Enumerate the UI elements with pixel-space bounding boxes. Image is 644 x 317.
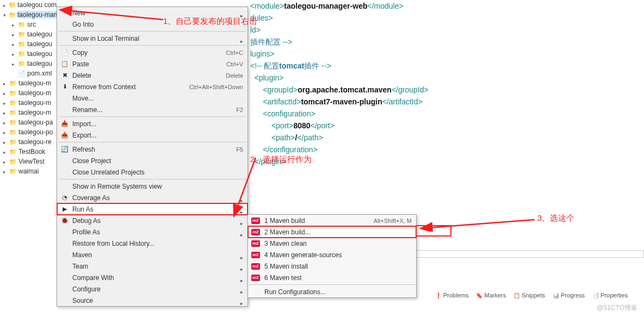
expand-icon[interactable] bbox=[3, 148, 9, 156]
expand-icon[interactable] bbox=[3, 167, 9, 175]
submenu-item-4[interactable]: m25 Maven install bbox=[248, 260, 416, 272]
code-line[interactable]: </plugin> bbox=[250, 156, 644, 167]
menu-item-close-project[interactable]: Close Project bbox=[57, 155, 247, 166]
expand-icon[interactable] bbox=[12, 21, 17, 28]
code-line[interactable]: lugins> bbox=[250, 48, 644, 60]
menu-item-export[interactable]: 📤Export... bbox=[57, 129, 247, 141]
code-line[interactable]: ld> bbox=[250, 24, 644, 36]
tree-item-9[interactable]: taolegou-m bbox=[0, 88, 57, 98]
menu-shortcut: Ctrl+V bbox=[226, 61, 243, 67]
menu-item-label: Delete bbox=[72, 72, 91, 79]
menu-separator bbox=[58, 45, 246, 46]
code-line[interactable]: <port>8080</port> bbox=[250, 120, 644, 132]
submenu-item-2[interactable]: m23 Maven clean bbox=[248, 238, 416, 249]
menu-item-refresh[interactable]: 🔄RefreshF5 bbox=[57, 144, 247, 155]
watermark: @51CTO博客 bbox=[597, 303, 637, 313]
bottom-tab-properties[interactable]: 📑Properties bbox=[592, 292, 628, 299]
tree-item-5[interactable]: taolegou bbox=[0, 49, 57, 59]
tree-item-label: taolegou-pa bbox=[18, 119, 53, 126]
menu-item-team[interactable]: Team bbox=[57, 260, 247, 272]
expand-icon[interactable] bbox=[3, 99, 9, 107]
maven-icon: m2 bbox=[251, 263, 260, 270]
bottom-tab-snippets[interactable]: 📋Snippets bbox=[513, 292, 545, 299]
expand-icon[interactable] bbox=[3, 109, 9, 116]
menu-item-compare-with[interactable]: Compare With bbox=[57, 272, 247, 283]
menu-item-restore-from-local-history[interactable]: Restore from Local History... bbox=[57, 238, 247, 249]
menu-item-copy[interactable]: 📄CopyCtrl+C bbox=[57, 47, 247, 58]
tree-item-8[interactable]: taolegou-m bbox=[0, 78, 57, 88]
expand-icon[interactable] bbox=[3, 119, 9, 126]
menu-item-delete[interactable]: ✖DeleteDelete bbox=[57, 70, 247, 81]
code-line[interactable]: <groupId>org.apache.tomcat.maven</groupI… bbox=[250, 84, 644, 96]
tree-item-label: taolegou-manager bbox=[17, 11, 57, 18]
menu-item-debug-as[interactable]: 🐞Debug As bbox=[57, 215, 247, 226]
submenu-item-7[interactable]: Run Configurations... bbox=[248, 286, 416, 297]
code-line[interactable]: <configuration> bbox=[250, 108, 644, 120]
expand-icon[interactable] bbox=[12, 30, 17, 38]
menu-item-show-in-remote-systems-view[interactable]: Show in Remote Systems view bbox=[57, 181, 247, 192]
menu-item-run-as[interactable]: ▶Run As bbox=[57, 203, 247, 215]
code-line[interactable]: dules> bbox=[250, 12, 644, 24]
submenu-item-1[interactable]: m22 Maven build... bbox=[248, 226, 416, 238]
menu-item-import[interactable]: 📥Import... bbox=[57, 118, 247, 129]
menu-item-go-into[interactable]: Go Into bbox=[57, 18, 247, 30]
tree-item-6[interactable]: taolegou bbox=[0, 59, 57, 69]
expand-icon[interactable] bbox=[3, 11, 9, 18]
project-explorer[interactable]: taolegou commonstaolegou-managersrctaole… bbox=[0, 0, 57, 196]
submenu-item-label: 5 Maven install bbox=[264, 263, 308, 270]
tree-item-11[interactable]: taolegou-m bbox=[0, 108, 57, 117]
tree-item-12[interactable]: taolegou-pa bbox=[0, 117, 57, 127]
tree-item-4[interactable]: taolegou bbox=[0, 39, 57, 49]
tree-item-13[interactable]: taolegou-po bbox=[0, 127, 57, 137]
tree-item-7[interactable]: pom.xml bbox=[0, 69, 57, 78]
menu-item-move[interactable]: Move... bbox=[57, 92, 247, 104]
menu-item-new[interactable]: New bbox=[57, 7, 247, 18]
submenu-item-3[interactable]: m24 Maven generate-sources bbox=[248, 249, 416, 260]
code-line[interactable]: </configuration> bbox=[250, 144, 644, 156]
expand-icon[interactable] bbox=[3, 89, 9, 97]
submenu-item-5[interactable]: m26 Maven test bbox=[248, 272, 416, 283]
menu-item-label: New bbox=[72, 9, 85, 17]
tree-item-2[interactable]: src bbox=[0, 20, 57, 29]
menu-item-paste[interactable]: 📋PasteCtrl+V bbox=[57, 58, 247, 70]
menu-item-label: Compare With bbox=[72, 274, 114, 282]
expand-icon[interactable] bbox=[3, 128, 9, 136]
code-line[interactable]: <path>/</path> bbox=[250, 132, 644, 144]
tree-item-16[interactable]: ViewTest bbox=[0, 157, 57, 166]
tree-item-10[interactable]: taolegou-m bbox=[0, 98, 57, 108]
menu-item-remove-from-context[interactable]: ⬇Remove from ContextCtrl+Alt+Shift+Down bbox=[57, 81, 247, 92]
tree-item-1[interactable]: taolegou-manager bbox=[0, 10, 57, 20]
tree-item-3[interactable]: taolegou bbox=[0, 29, 57, 39]
tree-item-0[interactable]: taolegou commons bbox=[0, 0, 57, 10]
expand-icon[interactable] bbox=[3, 138, 9, 146]
code-editor[interactable]: <module>taolegou-manager-web</module>dul… bbox=[185, 0, 644, 250]
expand-icon[interactable] bbox=[3, 79, 9, 87]
menu-item-rename[interactable]: Rename...F2 bbox=[57, 104, 247, 115]
menu-item-label: Show in Remote Systems view bbox=[72, 183, 162, 190]
menu-item-coverage-as[interactable]: ◔Coverage As bbox=[57, 192, 247, 203]
code-line[interactable]: 插件配置 --> bbox=[250, 36, 644, 48]
expand-icon[interactable] bbox=[12, 40, 17, 48]
menu-item-source[interactable]: Source bbox=[57, 295, 247, 306]
code-line[interactable]: <!-- 配置tomcat插件 --> bbox=[250, 60, 644, 72]
code-line[interactable]: <plugin> bbox=[250, 72, 644, 84]
code-line[interactable]: <artifactId>tomcat7-maven-plugin</artifa… bbox=[250, 96, 644, 108]
expand-icon[interactable] bbox=[3, 1, 9, 9]
tree-item-17[interactable]: waimai bbox=[0, 166, 57, 176]
menu-item-maven[interactable]: Maven bbox=[57, 249, 247, 260]
expand-icon[interactable] bbox=[12, 60, 17, 67]
submenu-item-0[interactable]: m21 Maven buildAlt+Shift+X, M bbox=[248, 215, 416, 226]
menu-item-configure[interactable]: Configure bbox=[57, 283, 247, 295]
menu-item-profile-as[interactable]: Profile As bbox=[57, 226, 247, 238]
menu-item-show-in-local-terminal[interactable]: Show in Local Terminal bbox=[57, 33, 247, 44]
menu-item-close-unrelated-projects[interactable]: Close Unrelated Projects bbox=[57, 166, 247, 178]
bottom-tab-markers[interactable]: 🔖Markers bbox=[476, 292, 506, 299]
tree-item-14[interactable]: taolegou-re bbox=[0, 137, 57, 147]
tree-item-15[interactable]: TestBook bbox=[0, 147, 57, 157]
bottom-tab-problems[interactable]: ❗Problems bbox=[435, 292, 468, 299]
bottom-tab-progress[interactable]: 📊Progress bbox=[553, 292, 585, 299]
expand-icon[interactable] bbox=[12, 50, 17, 58]
expand-icon[interactable] bbox=[3, 158, 9, 165]
menu-shortcut: F2 bbox=[236, 107, 243, 113]
code-line[interactable]: <module>taolegou-manager-web</module> bbox=[250, 0, 644, 12]
